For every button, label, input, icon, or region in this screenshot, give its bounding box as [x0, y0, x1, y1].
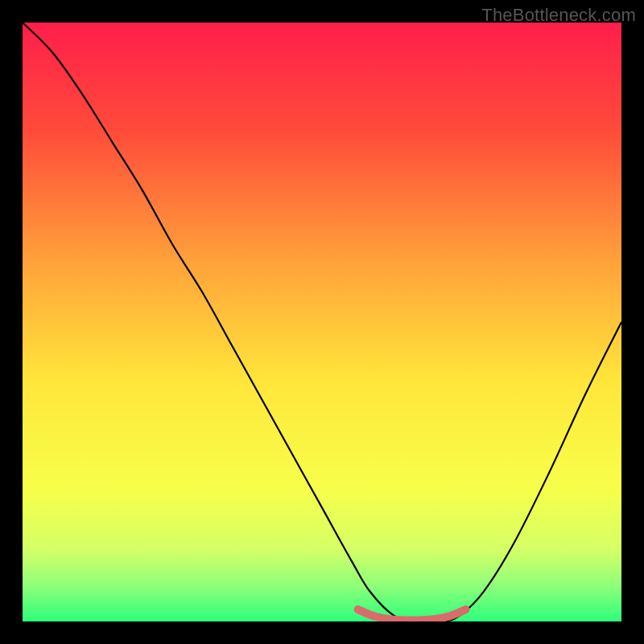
watermark-text: TheBottleneck.com [481, 5, 636, 26]
chart-plot-area [23, 23, 621, 621]
gradient-background [23, 23, 621, 621]
